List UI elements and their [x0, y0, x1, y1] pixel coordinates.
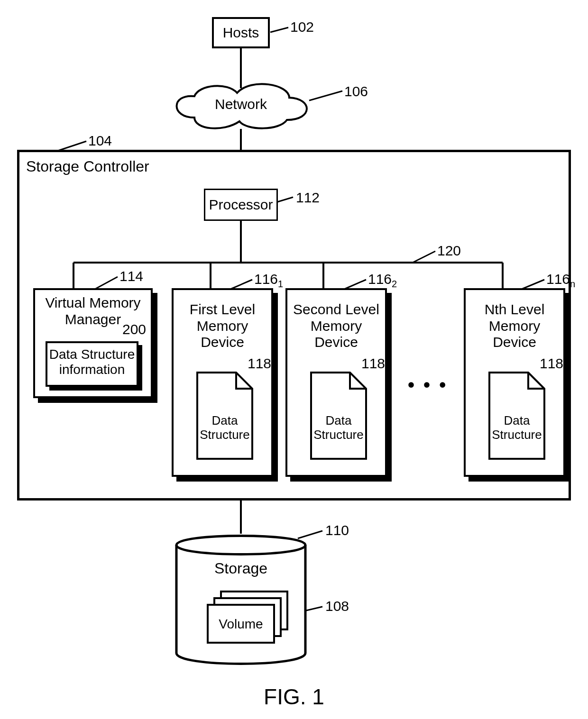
dsi-ref: 200: [122, 321, 146, 337]
memn-box: Nth Level Memory Device DataStructure: [464, 288, 565, 477]
ds1-doc-icon: DataStructure: [196, 372, 253, 460]
network-cloud: Network: [166, 80, 316, 132]
hosts-ref: 102: [290, 19, 314, 35]
storage-label: Storage: [214, 560, 267, 577]
mem2-box: Second Level Memory Device DataStructure: [285, 288, 387, 477]
volume-stack: Volume: [208, 592, 287, 643]
volume-label: Volume: [219, 617, 263, 631]
mem1-ref: 1161: [254, 271, 283, 290]
hosts-label: Hosts: [223, 25, 259, 41]
memn-ref: 116n: [546, 271, 575, 290]
processor-ref: 112: [296, 190, 320, 206]
mem2-ref: 1162: [368, 271, 397, 290]
ellipsis: • • •: [408, 374, 448, 396]
figure-label: FIG. 1: [0, 684, 588, 710]
processor-box: Processor: [204, 189, 278, 221]
vmm-box: Virtual Memory Manager Data Structure in…: [33, 288, 153, 398]
network-label: Network: [215, 96, 267, 112]
mem2-label: Second Level Memory Device: [287, 290, 385, 351]
storage-cylinder: Storage Volume: [172, 529, 310, 671]
dsi-box: Data Structure information: [46, 341, 138, 387]
bus-ref: 120: [437, 243, 461, 259]
storage-controller-label: Storage Controller: [26, 158, 149, 175]
ds1-ref: 1181: [248, 355, 276, 374]
mem1-label: First Level Memory Device: [174, 290, 271, 351]
storage-controller-ref: 104: [88, 133, 112, 149]
vmm-ref: 114: [119, 268, 143, 284]
svg-line-9: [270, 27, 288, 32]
ds2-doc-icon: DataStructure: [310, 372, 367, 460]
svg-line-11: [58, 141, 86, 151]
network-ref: 106: [344, 83, 368, 100]
memn-label: Nth Level Memory Device: [466, 290, 563, 351]
storage-ref: 110: [325, 522, 349, 538]
volume-ref: 108: [325, 598, 349, 614]
ds3-doc-icon: DataStructure: [488, 372, 545, 460]
ds3-ref: 1183: [540, 355, 569, 374]
hosts-box: Hosts: [212, 17, 270, 48]
ds2-ref: 1182: [361, 355, 390, 374]
processor-label: Processor: [209, 197, 273, 213]
dsi-label: Data Structure information: [47, 343, 137, 377]
mem1-box: First Level Memory Device DataStructure: [172, 288, 273, 477]
